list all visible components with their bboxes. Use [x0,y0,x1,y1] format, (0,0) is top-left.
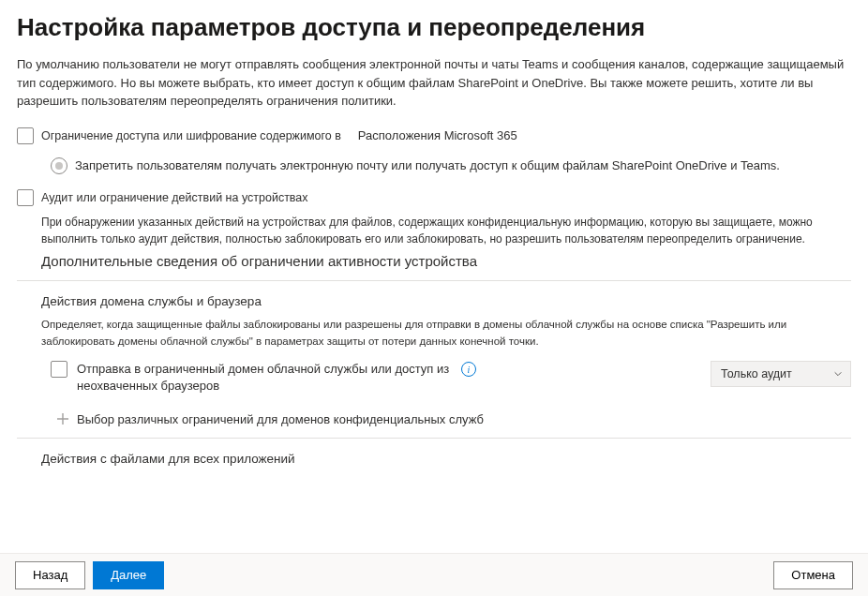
restricted-domain-checkbox[interactable] [51,361,67,378]
block-users-radio-label: Запретить пользователям получать электро… [75,158,780,172]
audit-mode-dropdown[interactable]: Только аудит [711,361,851,387]
cancel-button[interactable]: Отмена [773,561,853,589]
page-intro: По умолчанию пользователи не могут отпра… [17,55,851,111]
restrict-access-label: Ограничение доступа или шифрование содер… [41,129,341,142]
device-activity-learn-more-link[interactable]: Дополнительные сведения об ограничении а… [41,253,851,269]
section-file-actions: Действия с файлами для всех приложений [17,452,851,466]
audit-mode-dropdown-value: Только аудит [721,367,792,380]
block-users-radio[interactable] [51,157,67,174]
next-button[interactable]: Далее [93,561,164,589]
add-sensitive-domain-label: Выбор различных ограничений для доменов … [77,412,484,426]
section-restrict-access: Ограничение доступа или шифрование содер… [17,127,851,174]
info-icon[interactable]: i [461,362,476,377]
add-sensitive-domain-restrictions[interactable]: Выбор различных ограничений для доменов … [56,412,851,426]
divider [17,280,851,281]
divider [17,438,851,439]
restricted-domain-label: Отправка в ограниченный домен облачной с… [77,361,452,395]
audit-devices-checkbox[interactable] [17,189,34,206]
domain-browser-title: Действия домена службы и браузера [41,294,851,308]
file-actions-title: Действия с файлами для всех приложений [41,452,851,466]
section-domain-browser: Действия домена службы и браузера Опреде… [17,294,851,426]
audit-devices-description: При обнаружении указанных действий на ус… [41,214,851,247]
plus-icon [56,412,69,425]
footer-bar: Назад Далее Отмена [0,553,868,596]
audit-devices-label: Аудит или ограничение действий на устрой… [41,191,308,204]
back-button[interactable]: Назад [15,561,85,589]
section-audit-devices: Аудит или ограничение действий на устрой… [17,189,851,269]
page-title: Настройка параметров доступа и переопред… [17,13,851,42]
restrict-access-locations-tag: Расположения Microsoft 365 [358,128,517,142]
domain-browser-description: Определяет, когда защищенные файлы забло… [41,316,851,350]
chevron-down-icon [833,369,843,379]
restrict-access-checkbox[interactable] [17,127,34,144]
